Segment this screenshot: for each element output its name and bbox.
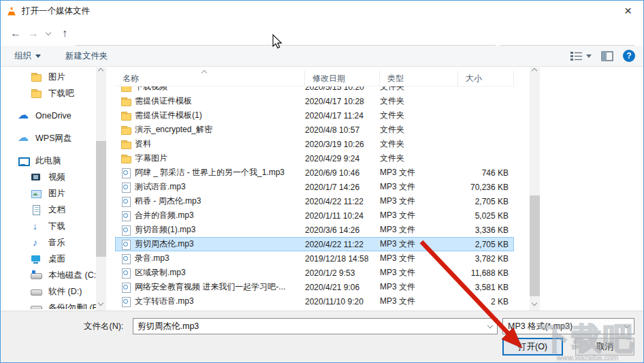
file-row[interactable]: 资料 2020/3/19 10:26 文件夹 bbox=[115, 137, 514, 151]
scroll-down-icon[interactable] bbox=[532, 300, 537, 306]
open-button[interactable]: 打开(O) bbox=[502, 338, 563, 356]
sidebar-item-label: 桌面 bbox=[48, 253, 65, 265]
file-name: 区域录制.mp3 bbox=[135, 267, 186, 279]
preview-pane-icon[interactable] bbox=[601, 51, 613, 61]
folder-icon bbox=[120, 125, 131, 136]
sidebar-scrollbar[interactable] bbox=[96, 67, 106, 311]
file-date: 2020/3/6 14:26 bbox=[305, 223, 380, 237]
sidebar-item[interactable]: 文档 bbox=[1, 202, 96, 218]
close-button[interactable]: × bbox=[613, 1, 643, 20]
change-view-button[interactable] bbox=[570, 51, 592, 61]
column-header[interactable]: 大小 bbox=[458, 71, 514, 86]
file-row[interactable]: 录音.mp3 2019/12/18 14:58 MP3 文件 3,782 KB bbox=[115, 251, 514, 266]
organize-button[interactable]: 组织 bbox=[14, 46, 41, 66]
mp3-icon bbox=[120, 210, 131, 221]
file-row[interactable]: 剪切音频(1).mp3 2020/3/6 14:26 MP3 文件 3,336 … bbox=[115, 223, 514, 237]
filename-input[interactable] bbox=[133, 321, 483, 331]
file-type-filter-dropdown[interactable]: MP3 格式(*.mp3) bbox=[502, 318, 634, 334]
mp3-icon bbox=[120, 253, 131, 264]
scroll-down-icon[interactable] bbox=[98, 300, 103, 306]
mp3-icon bbox=[120, 239, 131, 250]
file-row[interactable]: 稻香 - 周杰伦.mp3 2020/4/22 11:22 MP3 文件 2,70… bbox=[115, 194, 514, 208]
file-row[interactable]: 阿肆 _ 郭采洁 - 世界上的另一个我_1.mp3 2020/6/9 10:46… bbox=[115, 165, 514, 180]
file-date: 2020/4/22 11:22 bbox=[305, 237, 380, 251]
file-row[interactable]: 区域录制.mp3 2020/1/2 9:53 MP3 文件 11,688 KB bbox=[115, 266, 514, 280]
file-size bbox=[458, 123, 514, 137]
filename-dropdown-button[interactable] bbox=[483, 326, 497, 328]
dialog-title: 打开一个媒体文件 bbox=[22, 5, 90, 17]
up-button[interactable]: ↑ bbox=[57, 24, 73, 43]
help-button[interactable]: ? bbox=[623, 50, 635, 62]
new-folder-button[interactable]: 新建文件夹 bbox=[65, 46, 108, 66]
sidebar-item[interactable]: 图片 bbox=[1, 185, 96, 202]
open-media-file-dialog: 打开一个媒体文件 × ← → ↑ 此电脑 备份[勿删] (E:) bbox=[0, 0, 644, 363]
sidebar-item-label: 此电脑 bbox=[35, 155, 61, 167]
sidebar-item[interactable]: 图片 bbox=[1, 69, 96, 85]
file-name: 资料 bbox=[135, 138, 151, 150]
sidebar-item[interactable]: 音乐 bbox=[1, 234, 96, 251]
file-row[interactable]: 下载视频 2020/5/15 10:20 文件夹 bbox=[115, 86, 514, 94]
file-size: 3,782 KB bbox=[458, 251, 514, 266]
sidebar-item[interactable]: OneDrive bbox=[1, 108, 96, 124]
file-type: 文件夹 bbox=[380, 108, 458, 123]
sidebar-item[interactable]: 备份[勿删] (E:) bbox=[1, 300, 96, 309]
caret-down-icon bbox=[586, 54, 592, 58]
file-list-scrollbar[interactable] bbox=[530, 67, 540, 311]
sidebar-item-label: WPS网盘 bbox=[35, 133, 71, 144]
sidebar-scrollbar-thumb[interactable] bbox=[96, 141, 106, 257]
file-type: MP3 文件 bbox=[380, 165, 458, 180]
file-type: MP3 文件 bbox=[380, 280, 458, 294]
sidebar-item-label: 音乐 bbox=[48, 237, 65, 249]
scroll-up-icon[interactable] bbox=[98, 68, 103, 74]
back-button[interactable]: ← bbox=[6, 24, 25, 43]
file-row[interactable]: 需提供证件模板 2020/4/17 10:28 文件夹 bbox=[115, 94, 514, 108]
sidebar-item[interactable]: 视频 bbox=[1, 169, 96, 185]
sidebar-item[interactable]: WPS网盘 bbox=[1, 130, 96, 146]
file-list-scrollbar-thumb[interactable] bbox=[530, 195, 540, 296]
sidebar-item[interactable]: 下载吧 bbox=[1, 85, 96, 101]
file-name: 剪切音频(1).mp3 bbox=[135, 224, 195, 236]
folder-icon bbox=[31, 72, 42, 82]
sidebar-item[interactable]: 下载 bbox=[1, 218, 96, 234]
file-size bbox=[458, 151, 514, 165]
file-row[interactable]: 合并的音频.mp3 2020/1/11 10:24 MP3 文件 5,025 K… bbox=[115, 208, 514, 223]
sidebar-item[interactable]: 软件 (D:) bbox=[1, 283, 96, 300]
file-rows: 下载视频 2020/5/15 10:20 文件夹 需提供证件模板 2020/4/… bbox=[115, 86, 514, 309]
column-header-label: 类型 bbox=[387, 73, 404, 84]
column-header[interactable]: 类型 bbox=[380, 71, 458, 86]
file-name: 合并的音频.mp3 bbox=[135, 210, 194, 221]
folder-icon bbox=[120, 110, 131, 121]
file-row[interactable]: 剪切周杰伦.mp3 2020/4/22 11:22 MP3 文件 2,705 K… bbox=[115, 237, 514, 251]
file-type: MP3 文件 bbox=[380, 208, 458, 223]
recent-locations-button[interactable] bbox=[42, 24, 55, 43]
file-date: 2020/1/11 10:24 bbox=[305, 208, 380, 223]
mp3-icon bbox=[120, 196, 131, 207]
file-row[interactable]: 字幕图片 2020/4/29 9:24 文件夹 bbox=[115, 151, 514, 165]
file-date: 2020/11/10 9:20 bbox=[305, 294, 380, 309]
column-header[interactable]: 修改日期 bbox=[305, 71, 380, 86]
sidebar-item-label: 下载 bbox=[48, 221, 65, 232]
scroll-up-icon[interactable] bbox=[532, 68, 537, 74]
sidebar-item[interactable]: 本地磁盘 (C:) bbox=[1, 267, 96, 283]
file-size bbox=[458, 94, 514, 108]
cancel-button[interactable]: 取消 bbox=[575, 338, 634, 356]
file-row[interactable]: 演示_encrypted_解密 2020/4/8 10:57 文件夹 bbox=[115, 123, 514, 137]
file-row[interactable]: 文字转语音.mp3 2020/11/10 9:20 MP3 文件 2 KB bbox=[115, 294, 514, 309]
forward-button[interactable]: → bbox=[25, 24, 42, 43]
sidebar-item[interactable]: 桌面 bbox=[1, 251, 96, 267]
file-row[interactable]: 需提供证件模板(1) 2020/4/17 11:24 文件夹 bbox=[115, 108, 514, 123]
file-date: 2020/3/19 10:26 bbox=[305, 137, 380, 151]
file-row[interactable]: 网络安全教育视频 进来我们一起学习吧-... 2020/4/21 9:06 MP… bbox=[115, 280, 514, 294]
file-date: 2020/4/22 11:22 bbox=[305, 194, 380, 208]
filter-value: MP3 格式(*.mp3) bbox=[503, 321, 620, 332]
new-folder-label: 新建文件夹 bbox=[65, 50, 108, 62]
sidebar-item[interactable]: 此电脑 bbox=[1, 153, 96, 169]
file-row[interactable]: 测试语音.mp3 2020/1/7 14:26 MP3 文件 70,236 KB bbox=[115, 180, 514, 194]
column-header-label: 名称 bbox=[123, 73, 139, 84]
title-bar: 打开一个媒体文件 bbox=[1, 1, 643, 21]
file-type: MP3 文件 bbox=[380, 266, 458, 280]
mp3-icon bbox=[120, 268, 131, 279]
column-header[interactable]: 名称 bbox=[115, 71, 305, 86]
back-arrow-icon: ← bbox=[10, 27, 21, 40]
command-toolbar: 组织 新建文件夹 ? bbox=[1, 46, 643, 67]
